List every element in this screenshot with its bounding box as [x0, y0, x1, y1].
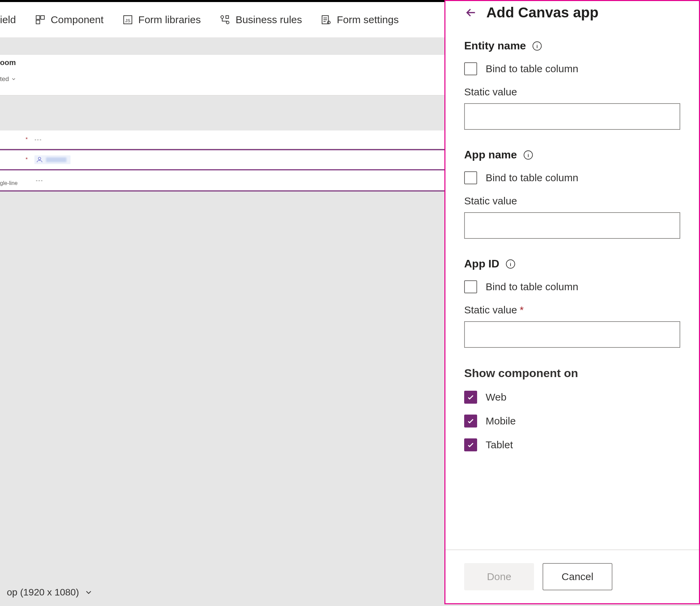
appid-static-label: Static value — [464, 304, 517, 316]
show-on-mobile-label: Mobile — [486, 415, 516, 427]
show-on-group: Show component on Web Mobile Tablet — [464, 367, 680, 451]
show-on-tablet-label: Tablet — [486, 439, 513, 451]
person-name-redacted — [46, 157, 66, 162]
cancel-button[interactable]: Cancel — [543, 563, 612, 590]
cmd-business-rules-label: Business rules — [235, 14, 302, 26]
chevron-down-icon — [11, 76, 16, 82]
appid-bind-checkbox[interactable] — [464, 280, 477, 293]
entity-name-label: Entity name — [464, 40, 526, 52]
show-on-web-row[interactable]: Web — [464, 391, 680, 404]
show-on-heading: Show component on — [464, 367, 680, 380]
flow-icon — [219, 14, 230, 25]
check-icon — [467, 417, 475, 425]
entity-static-label: Static value — [464, 86, 680, 98]
svg-point-10 — [39, 157, 41, 160]
check-icon — [467, 441, 475, 449]
required-star-icon: * — [520, 304, 524, 316]
show-on-tablet-checkbox[interactable] — [464, 438, 477, 451]
chevron-down-icon[interactable] — [84, 588, 93, 597]
appname-bind-checkbox[interactable] — [464, 171, 477, 184]
form-header-subtitle-text: ted — [0, 75, 9, 83]
entity-name-input[interactable] — [464, 103, 680, 130]
entity-bind-checkbox-row[interactable]: Bind to table column — [464, 62, 680, 75]
info-icon[interactable] — [505, 259, 516, 269]
show-on-tablet-row[interactable]: Tablet — [464, 438, 680, 451]
cmd-component[interactable]: Component — [35, 14, 104, 26]
person-chip[interactable] — [34, 155, 71, 164]
js-icon: JS — [122, 14, 133, 25]
appid-bind-checkbox-row[interactable]: Bind to table column — [464, 280, 680, 293]
form-header-title: oom — [0, 58, 16, 67]
entity-bind-checkbox[interactable] — [464, 62, 477, 75]
field-value-empty: --- — [36, 177, 43, 184]
row-tag: gle-line — [0, 180, 18, 186]
appid-bind-label: Bind to table column — [486, 281, 578, 293]
cmd-form-libraries[interactable]: JS Form libraries — [122, 14, 201, 26]
entity-name-group: Entity name Bind to table column Static … — [464, 40, 680, 130]
add-canvas-app-panel: Add Canvas app Entity name Bind to table… — [444, 0, 700, 604]
show-on-mobile-checkbox[interactable] — [464, 415, 477, 428]
svg-point-9 — [328, 21, 330, 24]
resolution-selector[interactable]: op (1920 x 1080) — [7, 587, 79, 598]
entity-bind-label: Bind to table column — [486, 63, 578, 75]
app-name-input[interactable] — [464, 212, 680, 239]
show-on-mobile-row[interactable]: Mobile — [464, 415, 680, 428]
cmd-field-label: ield — [0, 14, 16, 26]
appname-bind-checkbox-row[interactable]: Bind to table column — [464, 171, 680, 184]
panel-title: Add Canvas app — [486, 4, 598, 21]
svg-rect-0 — [36, 16, 40, 19]
cmd-form-settings[interactable]: Form settings — [321, 14, 399, 26]
svg-point-6 — [226, 21, 229, 24]
field-value-empty: --- — [34, 137, 42, 143]
required-star-icon: * — [26, 137, 28, 143]
cmd-form-libraries-label: Form libraries — [138, 14, 201, 26]
cmd-business-rules[interactable]: Business rules — [219, 14, 302, 26]
person-icon — [36, 156, 43, 164]
panel-footer: Done Cancel — [445, 549, 699, 603]
done-button[interactable]: Done — [464, 563, 534, 590]
cmd-form-settings-label: Form settings — [337, 14, 399, 26]
svg-text:JS: JS — [125, 18, 131, 23]
app-id-group: App ID Bind to table column Static value… — [464, 258, 680, 348]
svg-rect-1 — [41, 16, 44, 19]
app-id-label: App ID — [464, 258, 499, 270]
cmd-field[interactable]: ield — [0, 14, 16, 26]
svg-rect-7 — [226, 16, 229, 18]
form-header-subtitle: ted — [0, 75, 16, 83]
check-icon — [467, 393, 475, 401]
app-name-label: App name — [464, 149, 517, 161]
required-star-icon: * — [26, 157, 28, 163]
show-on-web-label: Web — [486, 391, 506, 403]
app-id-input[interactable] — [464, 321, 680, 348]
info-icon[interactable] — [532, 41, 542, 51]
svg-point-5 — [221, 16, 224, 18]
cmd-component-label: Component — [51, 14, 104, 26]
svg-rect-2 — [36, 20, 40, 24]
show-on-web-checkbox[interactable] — [464, 391, 477, 404]
info-icon[interactable] — [523, 150, 533, 160]
app-name-group: App name Bind to table column Static val… — [464, 149, 680, 239]
component-icon — [35, 14, 46, 25]
appname-static-label: Static value — [464, 195, 680, 207]
back-arrow-icon[interactable] — [464, 6, 478, 19]
form-settings-icon — [321, 14, 332, 25]
appname-bind-label: Bind to table column — [486, 172, 578, 184]
